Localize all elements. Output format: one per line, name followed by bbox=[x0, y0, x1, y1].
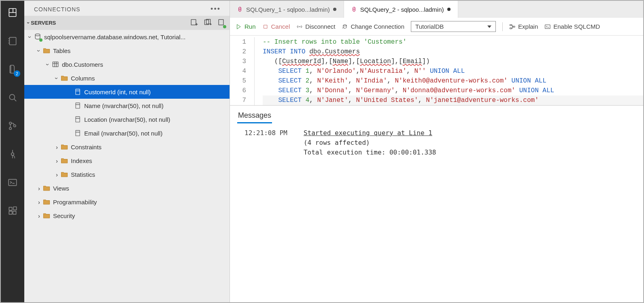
column-icon bbox=[74, 129, 82, 137]
activity-terminal-icon[interactable] bbox=[4, 174, 21, 191]
line-number: 6 bbox=[230, 86, 246, 95]
messages-panel: Messages 12:21:08 PM Started executing q… bbox=[230, 105, 643, 206]
svg-rect-47 bbox=[545, 25, 550, 28]
servers-section-header[interactable]: › SERVERS bbox=[24, 16, 230, 30]
code-text: N'Germany' bbox=[356, 87, 395, 94]
code-text: dbo.Customers bbox=[309, 48, 360, 55]
run-button[interactable]: Run bbox=[236, 23, 256, 30]
object-explorer-tree: › sqlpoolservername.database.windows.net… bbox=[24, 30, 230, 302]
line-number: 3 bbox=[230, 57, 246, 66]
more-icon[interactable]: ••• bbox=[210, 5, 224, 13]
column-node[interactable]: Name (nvarchar(50), not null) bbox=[24, 99, 230, 112]
code-text: N'Orlando' bbox=[317, 68, 356, 75]
activity-connections-icon[interactable] bbox=[4, 4, 21, 21]
tables-label: Tables bbox=[53, 47, 70, 54]
svg-rect-28 bbox=[219, 19, 223, 25]
sidebar-title: CONNECTIONS bbox=[34, 6, 80, 13]
svg-rect-30 bbox=[53, 62, 58, 67]
code-text: Name bbox=[333, 58, 348, 65]
line-number: 7 bbox=[230, 95, 246, 105]
constraints-node[interactable]: › Constraints bbox=[24, 140, 230, 154]
chevron-right-icon: › bbox=[38, 199, 40, 206]
activity-git-commit-icon[interactable] bbox=[4, 146, 21, 163]
table-node[interactable]: › dbo.Customers bbox=[24, 57, 230, 71]
code-text: 1 bbox=[306, 68, 310, 75]
code-text: SELECT bbox=[278, 77, 302, 85]
views-label: Views bbox=[53, 185, 69, 192]
sidebar-title-row: CONNECTIONS ••• bbox=[24, 1, 230, 16]
activity-explorer-icon[interactable]: 2 bbox=[4, 61, 21, 78]
database-icon: 🛢 bbox=[351, 6, 357, 13]
svg-rect-42 bbox=[264, 25, 267, 28]
chevron-down-icon: › bbox=[26, 22, 32, 23]
code-text: N'Donna' bbox=[317, 87, 348, 94]
sqlcmd-label: Enable SQLCMD bbox=[553, 23, 600, 30]
query-toolbar: Run Cancel Disconnect Change Connection … bbox=[230, 18, 643, 36]
code-text: Location bbox=[360, 58, 391, 65]
new-group-icon[interactable] bbox=[204, 18, 212, 28]
chevron-down-icon: › bbox=[36, 50, 43, 52]
chevron-right-icon: › bbox=[56, 144, 58, 150]
folder-icon bbox=[60, 74, 68, 82]
tab-sqlquery2[interactable]: 🛢 SQLQuery_2 - sqlpoo...ladmin) bbox=[344, 1, 458, 18]
column-node[interactable]: CustomerId (int, not null) bbox=[24, 85, 230, 99]
code-text: UNION ALL bbox=[519, 87, 554, 94]
servers-label: SERVERS bbox=[31, 20, 56, 26]
sql-editor[interactable]: 1 2 3 4 5 6 7 -- Insert rows into table … bbox=[230, 36, 643, 105]
code-text: N'janet1@adventure-works.com' bbox=[426, 97, 538, 104]
svg-rect-45 bbox=[510, 28, 512, 29]
code-text: INSERT bbox=[263, 48, 286, 55]
programmability-node[interactable]: › Programmability bbox=[24, 195, 230, 209]
chevron-down-icon: › bbox=[45, 64, 51, 66]
code-text: SELECT bbox=[278, 97, 302, 104]
server-icon bbox=[34, 33, 42, 41]
svg-rect-44 bbox=[510, 24, 512, 25]
database-icon: 🛢 bbox=[237, 6, 243, 13]
column-node[interactable]: Email (nvarchar(50), not null) bbox=[24, 126, 230, 140]
statistics-label: Statistics bbox=[71, 171, 95, 178]
svg-line-8 bbox=[14, 99, 16, 101]
svg-rect-36 bbox=[76, 103, 80, 108]
code-text: SELECT bbox=[278, 68, 302, 75]
activity-search-icon[interactable] bbox=[4, 89, 21, 106]
explain-button[interactable]: Explain bbox=[509, 23, 538, 30]
activity-notebook-icon[interactable] bbox=[4, 32, 21, 49]
new-connection-icon[interactable] bbox=[190, 18, 198, 28]
cancel-button[interactable]: Cancel bbox=[262, 23, 290, 30]
explain-label: Explain bbox=[518, 23, 538, 30]
tables-node[interactable]: › Tables bbox=[24, 44, 230, 57]
security-node[interactable]: › Security bbox=[24, 209, 230, 222]
code-text: N'Keith' bbox=[317, 77, 348, 85]
folder-icon bbox=[43, 198, 51, 206]
message-timestamp: 12:21:08 PM bbox=[244, 128, 287, 157]
messages-tab[interactable]: Messages bbox=[237, 110, 272, 123]
change-connection-button[interactable]: Change Connection bbox=[342, 23, 404, 30]
database-select[interactable]: TutorialDB bbox=[411, 21, 496, 32]
run-label: Run bbox=[244, 23, 256, 30]
code-area[interactable]: -- Insert rows into table 'Customers' IN… bbox=[254, 37, 643, 105]
indexes-node[interactable]: › Indexes bbox=[24, 154, 230, 167]
server-node[interactable]: › sqlpoolservername.database.windows.net… bbox=[24, 30, 230, 44]
enable-sqlcmd-button[interactable]: Enable SQLCMD bbox=[544, 23, 600, 30]
statistics-node[interactable]: › Statistics bbox=[24, 167, 230, 181]
svg-rect-40 bbox=[76, 130, 80, 136]
new-query-icon[interactable] bbox=[217, 18, 225, 28]
line-number: 1 bbox=[230, 37, 246, 47]
code-text: 4 bbox=[306, 97, 310, 104]
message-line: Started executing query at Line 1 bbox=[304, 128, 436, 138]
column-node[interactable]: Location (nvarchar(50), not null) bbox=[24, 112, 230, 126]
code-text: UNION ALL bbox=[512, 77, 546, 85]
activity-source-control-icon[interactable] bbox=[4, 117, 21, 134]
code-text: N'United States' bbox=[356, 97, 418, 104]
code-text: 2 bbox=[306, 77, 310, 85]
activity-extensions-icon[interactable] bbox=[4, 202, 21, 219]
change-connection-label: Change Connection bbox=[351, 23, 404, 30]
code-text: -- Insert rows into table 'Customers' bbox=[263, 38, 406, 46]
tab-sqlquery1[interactable]: 🛢 SQLQuery_1 - sqlpoo...ladmin) bbox=[230, 1, 344, 18]
chevron-right-icon: › bbox=[38, 185, 40, 192]
views-node[interactable]: › Views bbox=[24, 181, 230, 195]
code-text: SELECT bbox=[278, 87, 302, 94]
server-label: sqlpoolservername.database.windows.net, … bbox=[44, 34, 185, 40]
columns-node[interactable]: › Columns bbox=[24, 71, 230, 85]
disconnect-button[interactable]: Disconnect bbox=[296, 23, 335, 30]
